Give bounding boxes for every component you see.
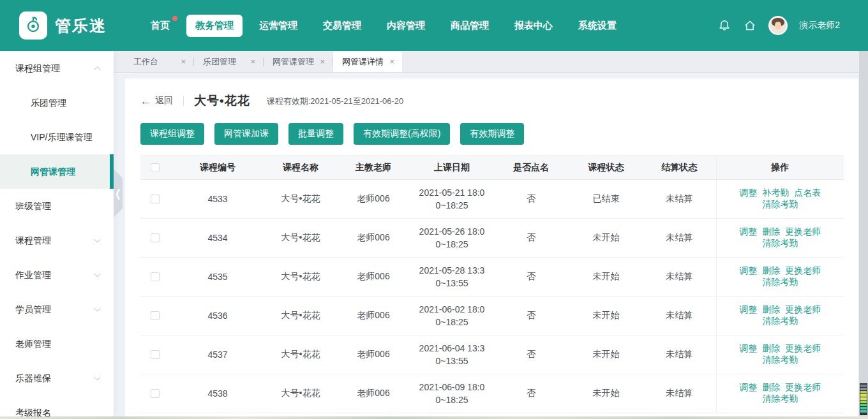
actions-cell: 调整删除更换老师清除考勤 xyxy=(716,219,844,258)
sidebar-item-class-mgmt[interactable]: 班级管理 xyxy=(0,189,114,223)
course-status-cell: 未开始 xyxy=(569,374,643,413)
tab-online-class-detail[interactable]: 网管课详情× xyxy=(333,51,402,72)
notification-bell-icon[interactable] xyxy=(717,18,731,33)
clear-attendance-link[interactable]: 清除考勤 xyxy=(762,355,798,365)
course-id-cell: 4533 xyxy=(170,180,266,219)
tab-close-icon[interactable]: × xyxy=(250,57,255,66)
sidebar-item-instrument-maintenance[interactable]: 乐器维保 xyxy=(0,361,114,395)
tab-workbench[interactable]: 工作台× xyxy=(124,51,193,72)
tab-close-icon[interactable]: × xyxy=(320,57,325,66)
course-name-cell: 大号•花花 xyxy=(266,180,336,219)
table-row: 4535大号•花花老师0062021-05-28 13:30~13:55否未开始… xyxy=(140,258,844,297)
back-button[interactable]: ← 返回 xyxy=(140,95,173,107)
course-id-cell: 4536 xyxy=(170,297,266,335)
navbar-right: 演示老师2 xyxy=(717,16,840,35)
class-datetime-cell: 2021-06-04 13:30~13:55 xyxy=(411,335,493,374)
rollcall-sheet-link[interactable]: 点名表 xyxy=(794,187,821,198)
nav-item-report-center[interactable]: 报表中心 xyxy=(505,15,562,37)
clear-attendance-link[interactable]: 清除考勤 xyxy=(762,277,798,287)
nav-item-product-mgmt[interactable]: 商品管理 xyxy=(442,15,498,37)
top-navbar: 管乐迷 首页教务管理运营管理交易管理内容管理商品管理报表中心系统设置 演示老师2 xyxy=(0,0,868,51)
column-header: 结算状态 xyxy=(643,156,716,180)
clear-attendance-link[interactable]: 清除考勤 xyxy=(762,393,798,404)
class-datetime-cell: 2021-05-21 18:00~18:25 xyxy=(411,180,493,219)
column-header: 课程状态 xyxy=(569,156,643,180)
course-status-cell: 未开始 xyxy=(569,335,643,374)
clear-attendance-link[interactable]: 清除考勤 xyxy=(762,316,798,326)
vertical-scrollbar[interactable] xyxy=(859,51,868,419)
change-teacher-link[interactable]: 更换老师 xyxy=(785,343,821,353)
sidebar-item-course-group-mgmt[interactable]: 课程组管理 xyxy=(0,51,114,85)
delete-link[interactable]: 删除 xyxy=(762,304,780,314)
course-name-cell: 大号•花花 xyxy=(266,297,336,335)
sidebar-item-course-mgmt[interactable]: 课程管理 xyxy=(0,223,114,258)
validity-adjust-button[interactable]: 有效期调整 xyxy=(460,123,524,145)
perf-stripe xyxy=(860,404,867,406)
settlement-status-cell: 未结算 xyxy=(643,180,716,219)
sidebar-item-orchestra-mgmt[interactable]: 乐团管理 xyxy=(0,85,114,120)
clear-attendance-link[interactable]: 清除考勤 xyxy=(762,238,798,248)
makeup-attendance-link[interactable]: 补考勤 xyxy=(762,187,789,198)
tab-online-class-mgmt[interactable]: 网管课管理× xyxy=(264,51,333,72)
course-name-cell: 大号•花花 xyxy=(266,219,336,258)
user-avatar[interactable] xyxy=(768,16,788,35)
nav-item-trade-mgmt[interactable]: 交易管理 xyxy=(314,15,370,37)
nav-item-content-mgmt[interactable]: 内容管理 xyxy=(378,15,434,37)
sidebar-item-online-class-mgmt[interactable]: 网管课管理 xyxy=(0,154,114,189)
sidebar-item-homework-mgmt[interactable]: 作业管理 xyxy=(0,258,114,292)
add-online-class-button[interactable]: 网管课加课 xyxy=(214,123,278,145)
row-checkbox[interactable] xyxy=(151,272,160,281)
sidebar-item-student-mgmt[interactable]: 学员管理 xyxy=(0,292,114,327)
adjust-link[interactable]: 调整 xyxy=(739,343,757,353)
chevron-down-icon xyxy=(94,271,101,277)
adjust-link[interactable]: 调整 xyxy=(739,187,757,198)
delete-link[interactable]: 删除 xyxy=(762,265,780,276)
change-teacher-link[interactable]: 更换老师 xyxy=(785,226,821,237)
sidebar-item-vip-theory-class-mgmt[interactable]: VIP/乐理课管理 xyxy=(0,120,114,154)
class-datetime: 2021-05-21 18:00~18:25 xyxy=(418,186,486,212)
table-row: 4533大号•花花老师0062021-05-21 18:00~18:25否已结束… xyxy=(140,180,844,219)
teacher-cell: 老师006 xyxy=(336,335,411,374)
rollcall-cell: 否 xyxy=(493,180,569,219)
username[interactable]: 演示老师2 xyxy=(799,20,840,31)
nav-item-home[interactable]: 首页 xyxy=(142,15,179,37)
row-checkbox[interactable] xyxy=(151,311,160,320)
actions-cell: 调整补考勤点名表清除考勤 xyxy=(716,180,844,219)
row-select-cell xyxy=(140,374,170,413)
course-group-adjust-button[interactable]: 课程组调整 xyxy=(140,123,204,145)
tab-close-icon[interactable]: × xyxy=(389,57,394,66)
batch-adjust-button[interactable]: 批量调整 xyxy=(288,123,343,145)
row-checkbox[interactable] xyxy=(151,233,160,242)
nav-item-operation-mgmt[interactable]: 运营管理 xyxy=(250,15,306,37)
action-button-row: 课程组调整网管课加课批量调整有效期调整(高权限)有效期调整 xyxy=(140,123,842,145)
teacher-cell: 老师006 xyxy=(336,258,411,297)
tab-orchestra-mgmt[interactable]: 乐团管理× xyxy=(194,51,263,72)
adjust-link[interactable]: 调整 xyxy=(739,226,757,237)
change-teacher-link[interactable]: 更换老师 xyxy=(785,382,821,392)
nav-item-edu-mgmt[interactable]: 教务管理 xyxy=(186,15,243,37)
teacher-cell: 老师006 xyxy=(336,297,411,335)
table-header-row: 课程编号课程名称主教老师上课日期是否点名课程状态结算状态操作 xyxy=(140,156,844,180)
row-checkbox[interactable] xyxy=(151,350,160,359)
sidebar-item-teacher-mgmt[interactable]: 老师管理 xyxy=(0,327,114,361)
nav-item-system-settings[interactable]: 系统设置 xyxy=(569,15,625,37)
header-divider xyxy=(183,96,184,106)
rollcall-cell: 否 xyxy=(493,258,569,297)
change-teacher-link[interactable]: 更换老师 xyxy=(785,265,821,276)
adjust-link[interactable]: 调整 xyxy=(739,265,757,276)
tab-close-icon[interactable]: × xyxy=(181,57,186,66)
delete-link[interactable]: 删除 xyxy=(762,343,780,353)
delete-link[interactable]: 删除 xyxy=(762,226,780,237)
select-all-checkbox[interactable] xyxy=(151,163,160,172)
teacher-cell: 老师006 xyxy=(336,374,411,413)
row-checkbox[interactable] xyxy=(151,389,160,398)
adjust-link[interactable]: 调整 xyxy=(739,304,757,314)
clear-attendance-link[interactable]: 清除考勤 xyxy=(762,199,798,209)
home-icon[interactable] xyxy=(743,18,757,33)
adjust-link[interactable]: 调整 xyxy=(739,382,757,392)
row-checkbox[interactable] xyxy=(151,195,160,203)
sidebar-item-exam-registration[interactable]: 考级报名 xyxy=(0,395,114,419)
delete-link[interactable]: 删除 xyxy=(762,382,780,392)
validity-adjust-privileged-button[interactable]: 有效期调整(高权限) xyxy=(354,123,450,145)
change-teacher-link[interactable]: 更换老师 xyxy=(785,304,821,314)
